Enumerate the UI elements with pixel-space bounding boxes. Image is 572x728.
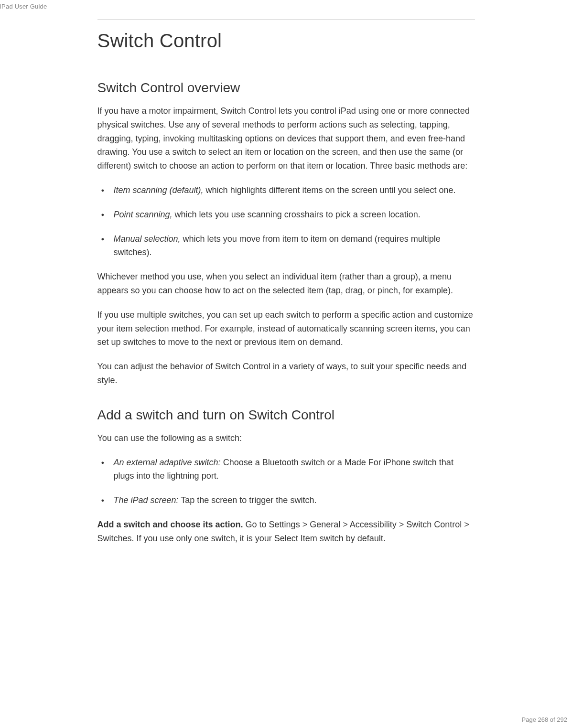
top-divider [97, 19, 475, 20]
list-item: Item scanning (default), which highlight… [97, 183, 475, 197]
add-switch-paragraph-2: Add a switch and choose its action. Go t… [97, 518, 475, 546]
section-heading-overview: Switch Control overview [97, 80, 475, 96]
section-add-switch: Add a switch and turn on Switch Control … [97, 407, 475, 546]
bullet-desc: Tap the screen to trigger the switch. [179, 495, 317, 505]
add-switch-intro-paragraph: You can use the following as a switch: [97, 431, 475, 445]
bullet-term: The iPad screen: [114, 495, 179, 505]
bullet-term: An external adaptive switch: [114, 458, 221, 467]
section-heading-add-switch: Add a switch and turn on Switch Control [97, 407, 475, 423]
list-item: Manual selection, which lets you move fr… [97, 232, 475, 260]
document-content: Switch Control Switch Control overview I… [97, 0, 475, 546]
overview-paragraph-3: If you use multiple switches, you can se… [97, 308, 475, 349]
list-item: Point scanning, which lets you use scann… [97, 208, 475, 222]
overview-bullet-list: Item scanning (default), which highlight… [97, 183, 475, 259]
page-title: Switch Control [97, 30, 475, 52]
list-item: The iPad screen: Tap the screen to trigg… [97, 493, 475, 507]
add-switch-bullet-list: An external adaptive switch: Choose a Bl… [97, 456, 475, 507]
guide-header-label: iPad User Guide [0, 3, 47, 10]
list-item: An external adaptive switch: Choose a Bl… [97, 456, 475, 483]
bold-lead-in: Add a switch and choose its action. [97, 520, 243, 529]
bullet-desc: which lets you use scanning crosshairs t… [173, 210, 421, 219]
bullet-term: Item scanning (default), [114, 185, 204, 195]
page-number-footer: Page 268 of 292 [522, 716, 567, 723]
bullet-term: Manual selection, [114, 234, 181, 244]
overview-paragraph-4: You can adjust the behavior of Switch Co… [97, 360, 475, 387]
bullet-desc: which highlights different items on the … [204, 185, 456, 195]
overview-intro-paragraph: If you have a motor impairment, Switch C… [97, 104, 475, 173]
bullet-term: Point scanning, [114, 210, 173, 219]
overview-paragraph-2: Whichever method you use, when you selec… [97, 270, 475, 298]
